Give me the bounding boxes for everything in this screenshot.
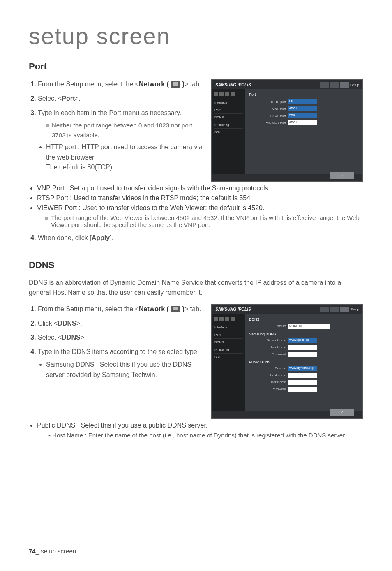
network-icon-2 bbox=[171, 306, 180, 312]
ddns-hostname-dash: Host Name : Enter the name of the host (… bbox=[48, 432, 363, 439]
network-close-paren-2: ) bbox=[180, 305, 184, 312]
s2g1r0l: Server Name bbox=[249, 338, 286, 342]
page-footer: 74_ setup screen bbox=[29, 548, 76, 555]
p2post: >. bbox=[75, 95, 81, 102]
s2g1r1l: User Name bbox=[249, 345, 286, 349]
d2pre: Click < bbox=[38, 320, 58, 327]
footer-sep: _ bbox=[36, 548, 41, 555]
s2g2r2v[interactable] bbox=[288, 380, 317, 385]
ddns-step-4: Type in the DDNS items according to the … bbox=[38, 347, 203, 380]
port-viewer-note: The port range of the Web Viewer is betw… bbox=[45, 214, 363, 228]
p4post: ]. bbox=[110, 234, 113, 241]
ddns-screenshot: SAMSUNG iPOLiS Setup bbox=[211, 304, 363, 419]
shot2-tab3[interactable] bbox=[340, 307, 349, 312]
port-heading: Port bbox=[29, 61, 363, 72]
shot2-logo: SAMSUNG iPOLiS bbox=[215, 307, 251, 312]
ddns-heading: DDNS bbox=[29, 260, 363, 270]
shot1-side-3[interactable]: IP filtering bbox=[214, 121, 243, 129]
shot1-apply[interactable]: ✓ bbox=[330, 172, 354, 179]
p4pre: When done, click [ bbox=[38, 234, 92, 241]
shot1-side-1[interactable]: Port bbox=[214, 106, 243, 114]
shot2-tab1[interactable] bbox=[320, 307, 329, 312]
shot1-setup: Setup bbox=[350, 83, 359, 87]
port-screenshot: SAMSUNG iPOLiS Setup bbox=[211, 79, 363, 182]
port-rtsp: RTSP Port : Used to transfer videos in t… bbox=[37, 194, 363, 202]
s2g2r2l: User Name bbox=[249, 380, 286, 384]
d2post: >. bbox=[76, 320, 82, 327]
http-b: The default is 80(TCP). bbox=[46, 164, 114, 171]
port-step-4: When done, click [Apply]. bbox=[38, 233, 363, 243]
shot2-panel-title: DDNS bbox=[249, 317, 358, 321]
shot2-cat1[interactable] bbox=[214, 317, 218, 321]
shot1-cat2[interactable] bbox=[219, 92, 224, 96]
shot2-side-4[interactable]: SSL bbox=[214, 354, 243, 361]
network-bold-2: Network ( bbox=[139, 305, 171, 312]
shot1-cat1[interactable] bbox=[214, 92, 218, 96]
s2g2r0l: Service bbox=[249, 366, 286, 370]
port-step-3: Type in each item in the Port menu as ne… bbox=[38, 108, 203, 173]
ddns-step1-text: From the Setup menu, select the bbox=[38, 305, 135, 312]
network-close-paren-1: ) bbox=[180, 81, 184, 88]
shot2-apply[interactable]: ✓ bbox=[330, 409, 354, 416]
ddns-intro: DDNS is an abbreviation of Dynamic Domai… bbox=[29, 278, 363, 298]
s2g1r2v[interactable] bbox=[288, 352, 317, 357]
shot2-cat4[interactable] bbox=[231, 317, 235, 321]
shot2-side-0[interactable]: Interface bbox=[214, 324, 243, 331]
s2g1r1v[interactable] bbox=[288, 345, 317, 350]
ddns-public: Public DDNS : Select this if you use a p… bbox=[37, 422, 363, 439]
shot1-r1-l: VNP Port bbox=[249, 107, 286, 111]
shot1-r2-v[interactable]: 554 bbox=[288, 113, 317, 118]
shot1-tab3[interactable] bbox=[340, 82, 349, 88]
shot1-side-2[interactable]: DDNS bbox=[214, 114, 243, 121]
network-icon bbox=[171, 81, 180, 88]
p3text: Type in each item in the Port menu as ne… bbox=[38, 109, 181, 116]
port-step-1: From the Setup menu, select the <Network… bbox=[38, 79, 203, 90]
s2g2r1v[interactable] bbox=[288, 373, 317, 378]
shot2-g2: Public DDNS bbox=[249, 360, 358, 364]
shot2-setup: Setup bbox=[350, 307, 359, 311]
shot1-cat3[interactable] bbox=[225, 92, 229, 96]
shot2-side-3[interactable]: IP filtering bbox=[214, 346, 243, 354]
d3pre: Select < bbox=[38, 334, 62, 341]
s2g2r1l: Host name bbox=[249, 373, 286, 377]
shot1-cat4[interactable] bbox=[231, 92, 235, 96]
shot1-panel-title: Port bbox=[249, 92, 358, 97]
shot1-r0-v[interactable]: 80 bbox=[288, 99, 317, 104]
s2g2r3v[interactable] bbox=[288, 387, 317, 392]
shot2-side-2[interactable]: DDNS bbox=[214, 339, 243, 346]
shot2-side-1[interactable]: Port bbox=[214, 331, 243, 339]
lt1: < bbox=[135, 81, 139, 88]
port-bold: Port bbox=[62, 95, 75, 102]
shot1-r0-l: HTTP port bbox=[249, 100, 286, 104]
ddns-samsung: Samsung DDNS : Select this if you use th… bbox=[46, 360, 203, 380]
port-step-1-text: From the Setup menu, select the bbox=[38, 81, 135, 88]
shot1-r3-v[interactable]: 4520 bbox=[288, 120, 317, 125]
port-viewer-text: VIEWER Port : Used to transfer videos to… bbox=[37, 204, 264, 211]
shot1-r2-l: RTSP Port bbox=[249, 114, 286, 118]
shot1-logo: SAMSUNG iPOLiS bbox=[215, 83, 251, 87]
ddns-public-text: Public DDNS : Select this if you use a p… bbox=[37, 422, 208, 429]
shot1-side-0[interactable]: Interface bbox=[214, 99, 243, 106]
shot2-cat2[interactable] bbox=[219, 317, 224, 321]
shot1-tab1[interactable] bbox=[320, 82, 329, 88]
http-a: HTTP port : HTTP port used to access the… bbox=[46, 143, 203, 161]
port-vnp: VNP Port : Set a port used to transfer v… bbox=[37, 185, 363, 192]
s2g2r0v[interactable]: www.dyndns.org bbox=[288, 366, 317, 371]
port-step3-note: Neither the port range between 0 and 102… bbox=[46, 120, 203, 140]
gt1: > tab. bbox=[184, 81, 201, 88]
s2g2r3l: Password bbox=[249, 387, 286, 391]
shot2-tab2[interactable] bbox=[330, 307, 339, 312]
ddns-bold-2: DDNS bbox=[62, 334, 80, 341]
page-title: setup screen bbox=[29, 25, 363, 48]
shot1-tab2[interactable] bbox=[330, 82, 339, 88]
s2g1r0v[interactable]: www.ipolis.co bbox=[288, 338, 317, 343]
shot2-cat3[interactable] bbox=[225, 317, 229, 321]
shot2-ddns-sel[interactable]: Disabled bbox=[288, 324, 330, 329]
shot1-r1-v[interactable]: 4520 bbox=[288, 106, 317, 111]
d3post: >. bbox=[81, 334, 86, 341]
d4text: Type in the DDNS items according to the … bbox=[38, 348, 199, 355]
port-http-bullet: HTTP port : HTTP port used to access the… bbox=[46, 142, 203, 173]
gt2: > tab. bbox=[184, 305, 201, 312]
port-step-2: Select <Port>. bbox=[38, 94, 203, 104]
shot1-side-4[interactable]: SSL bbox=[214, 129, 243, 136]
